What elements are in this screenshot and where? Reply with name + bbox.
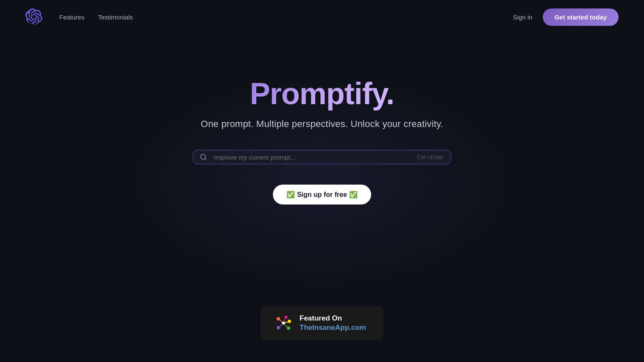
svg-point-3 [277,317,280,321]
subtitle-highlight: creativity. [403,119,443,129]
theinsaneapp-logo-icon [274,314,293,332]
featured-logo-svg [274,314,293,332]
signup-button[interactable]: ✅ Sign up for free ✅ [273,185,371,204]
nav-links: Features Testimonials [59,14,513,21]
svg-point-9 [277,326,280,329]
svg-point-5 [288,320,291,323]
featured-text: Featured On TheInsaneApp.com [300,314,366,332]
svg-line-4 [280,320,283,322]
logo-icon [25,8,42,25]
featured-site-label: TheInsaneApp.com [300,323,366,332]
get-started-button[interactable]: Get started today [543,8,619,26]
logo[interactable] [25,8,42,25]
hero-title: Promptify. [250,76,394,111]
hero-subtitle: One prompt. Multiple perspectives. Unloc… [201,119,443,130]
featured-on-label: Featured On [300,314,366,323]
svg-line-6 [285,322,288,323]
hero-section: Promptify. One prompt. Multiple perspect… [0,34,644,204]
nav-features[interactable]: Features [59,14,84,21]
svg-line-8 [285,324,288,327]
svg-line-12 [284,318,285,322]
navbar: Features Testimonials Sign in Get starte… [0,0,644,34]
nav-right: Sign in Get started today [513,8,619,26]
sign-in-button[interactable]: Sign in [513,14,533,21]
prompt-input[interactable] [193,150,451,164]
nav-testimonials[interactable]: Testimonials [98,14,133,21]
search-container: Ctrl +Enter [193,150,451,164]
featured-badge[interactable]: Featured On TheInsaneApp.com [261,306,383,340]
subtitle-text: One prompt. Multiple perspectives. Unloc… [201,119,401,129]
svg-line-10 [280,324,283,327]
